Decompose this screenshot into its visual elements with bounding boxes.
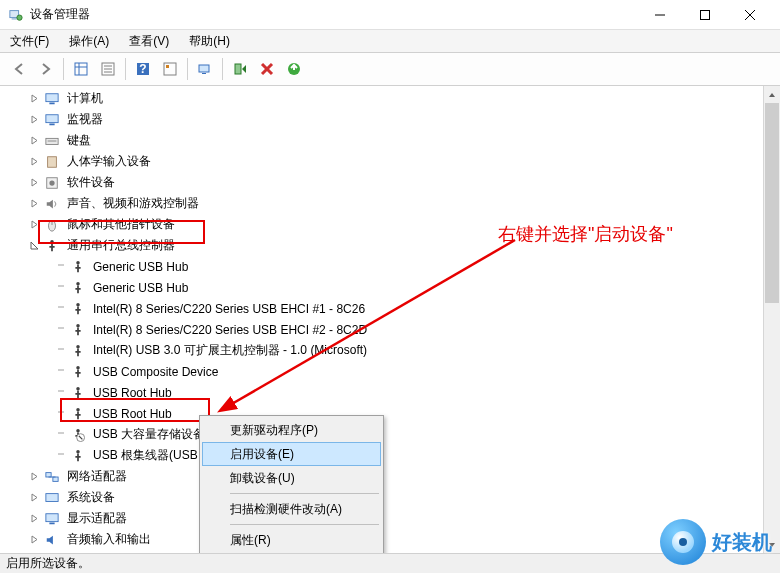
tree-node-label: 计算机 [64, 89, 106, 108]
svg-rect-58 [58, 370, 64, 371]
expander-icon[interactable] [28, 240, 40, 252]
mouse-icon [44, 217, 60, 233]
forward-button[interactable] [33, 56, 59, 82]
svg-rect-50 [58, 328, 64, 329]
tree-child-node[interactable]: USB Composite Device [10, 361, 780, 382]
tree-node[interactable]: 声音、视频和游戏控制器 [10, 193, 780, 214]
scroll-up-button[interactable] [764, 86, 780, 103]
tree-child-node[interactable]: Intel(R) 8 Series/C220 Series USB EHCI #… [10, 298, 780, 319]
expander-icon[interactable] [28, 114, 40, 126]
hid-icon [44, 154, 60, 170]
toolbar-btn-2[interactable] [95, 56, 121, 82]
svg-rect-70 [58, 433, 64, 434]
tree-node-label: 鼠标和其他指针设备 [64, 215, 178, 234]
tree-child-node[interactable]: USB Root Hub [10, 403, 780, 424]
tree-leaf-bullet [58, 303, 66, 315]
keyboard-icon [44, 133, 60, 149]
tree-child-node[interactable]: USB Root Hub [10, 382, 780, 403]
ctx-separator-1 [230, 493, 379, 494]
close-button[interactable] [727, 0, 772, 30]
back-button[interactable] [6, 56, 32, 82]
properties-button[interactable] [157, 56, 183, 82]
ctx-scan-hardware[interactable]: 扫描检测硬件改动(A) [202, 497, 381, 521]
enable-button[interactable] [281, 56, 307, 82]
tree-node[interactable]: 网络适配器 [10, 466, 780, 487]
maximize-button[interactable] [682, 0, 727, 30]
svg-rect-82 [46, 493, 58, 501]
ctx-separator-2 [230, 524, 379, 525]
svg-point-32 [49, 180, 54, 185]
tree-node-label: 人体学输入设备 [64, 152, 154, 171]
update-driver-button[interactable] [227, 56, 253, 82]
disable-button[interactable] [254, 56, 280, 82]
window-title: 设备管理器 [30, 6, 637, 23]
tree-node[interactable]: 软件设备 [10, 172, 780, 193]
minimize-button[interactable] [637, 0, 682, 30]
tree-node-label: Generic USB Hub [90, 259, 191, 275]
expander-icon[interactable] [28, 534, 40, 546]
svg-rect-42 [58, 286, 64, 287]
ctx-properties[interactable]: 属性(R) [202, 528, 381, 552]
menu-action[interactable]: 操作(A) [63, 31, 115, 52]
svg-rect-83 [46, 513, 58, 521]
usb-icon [70, 280, 86, 296]
expander-icon[interactable] [28, 93, 40, 105]
toolbar-btn-1[interactable] [68, 56, 94, 82]
tree-node[interactable]: 监视器 [10, 109, 780, 130]
tree-node[interactable]: 系统设备 [10, 487, 780, 508]
expander-icon[interactable] [28, 492, 40, 504]
svg-rect-79 [46, 472, 51, 476]
svg-rect-84 [49, 522, 54, 524]
usb-icon [70, 385, 86, 401]
menu-view[interactable]: 查看(V) [123, 31, 175, 52]
menu-file[interactable]: 文件(F) [4, 31, 55, 52]
svg-rect-7 [75, 63, 87, 75]
watermark: 好装机 [660, 519, 772, 565]
tree-node-label: 通用串行总线控制器 [64, 236, 178, 255]
monitor-icon [44, 112, 60, 128]
tree-child-node[interactable]: Intel(R) 8 Series/C220 Series USB EHCI #… [10, 319, 780, 340]
svg-point-76 [76, 449, 80, 453]
ctx-uninstall-device[interactable]: 卸载设备(U) [202, 466, 381, 490]
vertical-scrollbar[interactable] [763, 86, 780, 553]
svg-rect-38 [58, 265, 64, 266]
device-tree[interactable]: 计算机监视器键盘人体学输入设备软件设备声音、视频和游戏控制器鼠标和其他指针设备通… [0, 86, 780, 553]
tree-child-node[interactable]: Generic USB Hub [10, 256, 780, 277]
svg-point-55 [76, 344, 80, 348]
svg-rect-4 [700, 10, 709, 19]
tree-node[interactable]: 计算机 [10, 88, 780, 109]
tree-node[interactable]: 键盘 [10, 130, 780, 151]
tree-leaf-bullet [58, 429, 66, 441]
tree-node-label: 系统设备 [64, 488, 118, 507]
expander-icon[interactable] [28, 219, 40, 231]
watermark-text: 好装机 [712, 529, 772, 556]
svg-point-35 [50, 239, 54, 243]
svg-rect-17 [166, 65, 169, 68]
tree-leaf-bullet [58, 387, 66, 399]
ctx-update-driver[interactable]: 更新驱动程序(P) [202, 418, 381, 442]
scan-button[interactable] [192, 56, 218, 82]
svg-text:?: ? [139, 62, 146, 76]
tree-node[interactable]: 人体学输入设备 [10, 151, 780, 172]
usb-icon [44, 238, 60, 254]
svg-rect-1 [12, 18, 17, 19]
menu-help[interactable]: 帮助(H) [183, 31, 236, 52]
scroll-thumb[interactable] [765, 103, 779, 303]
expander-icon[interactable] [28, 471, 40, 483]
help-button[interactable]: ? [130, 56, 156, 82]
tree-leaf-bullet [58, 345, 66, 357]
expander-icon[interactable] [28, 156, 40, 168]
expander-icon[interactable] [28, 135, 40, 147]
status-text: 启用所选设备。 [6, 555, 90, 572]
ctx-enable-device[interactable]: 启用设备(E) [202, 442, 381, 466]
monitor-icon [44, 91, 60, 107]
tree-child-node[interactable]: USB 根集线器(USB [10, 445, 780, 466]
tree-child-node[interactable]: Intel(R) USB 3.0 可扩展主机控制器 - 1.0 (Microso… [10, 340, 780, 361]
tree-child-node[interactable]: Generic USB Hub [10, 277, 780, 298]
devmgr-icon [8, 7, 24, 23]
expander-icon[interactable] [28, 198, 40, 210]
expander-icon[interactable] [28, 177, 40, 189]
usb-icon [70, 448, 86, 464]
expander-icon[interactable] [28, 513, 40, 525]
tree-child-node[interactable]: USB 大容量存储设备 [10, 424, 780, 445]
